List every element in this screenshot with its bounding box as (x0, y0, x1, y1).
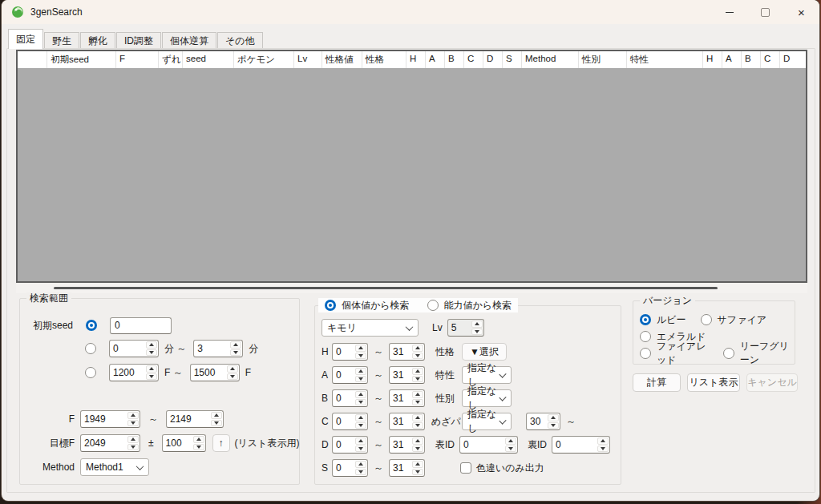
version-ruby-radio[interactable]: ルビー (640, 313, 686, 327)
search-by-stats-radio[interactable]: 能力値から検索 (427, 299, 512, 312)
ability-dropdown[interactable]: 指定なし (462, 366, 512, 384)
spin-up-button[interactable] (505, 437, 516, 445)
column-header-a2[interactable]: A (722, 51, 742, 68)
spin-down-button[interactable] (211, 420, 222, 427)
stat-h-from-spinner[interactable] (332, 343, 368, 361)
spin-up-button[interactable] (412, 437, 423, 445)
sid-spinner[interactable] (552, 436, 610, 454)
spin-down-button[interactable] (227, 373, 238, 381)
spin-down-button[interactable] (127, 444, 139, 451)
column-header-nature[interactable]: 性格 (362, 51, 406, 68)
stat-c-from-input[interactable] (334, 414, 355, 429)
cancel-button[interactable]: キャンセル (746, 373, 798, 392)
spin-up-button[interactable] (355, 345, 366, 352)
column-header-ability[interactable]: 特性 (627, 51, 703, 68)
spin-down-button[interactable] (412, 446, 423, 453)
spin-up-button[interactable] (127, 436, 139, 443)
column-header-pokemon[interactable]: ポケモン (234, 51, 294, 68)
stat-s-to-spinner[interactable] (389, 459, 425, 477)
stat-d-from-spinner[interactable] (332, 436, 368, 454)
spin-down-button[interactable] (355, 376, 366, 383)
pokemon-dropdown[interactable]: キモリ (322, 319, 419, 337)
frame-to-spinner[interactable] (190, 364, 240, 381)
spin-down-button[interactable] (146, 349, 157, 357)
stat-d-to-input[interactable] (390, 437, 412, 452)
frame-to-input[interactable] (192, 365, 227, 380)
spin-down-button[interactable] (412, 353, 423, 360)
spin-up-button[interactable] (355, 461, 366, 468)
nature-select-button[interactable]: ▼選択 (462, 343, 507, 361)
f-from-spinner[interactable] (80, 410, 140, 428)
f-from-input[interactable] (82, 412, 127, 426)
gender-dropdown[interactable]: 指定なし (462, 389, 512, 407)
spin-up-button[interactable] (412, 368, 423, 375)
tid-spinner[interactable] (459, 436, 518, 454)
version-firered-radio[interactable]: ファイアレッド (640, 340, 712, 367)
column-header-d2[interactable]: D (780, 51, 807, 68)
column-header-c2[interactable]: C (761, 51, 780, 68)
target-delta-spinner[interactable] (162, 434, 206, 452)
spin-down-button[interactable] (412, 422, 423, 429)
stat-c-to-spinner[interactable] (389, 413, 425, 430)
stat-h-from-input[interactable] (334, 345, 355, 359)
column-header-b2[interactable]: B (742, 51, 761, 68)
spin-down-button[interactable] (355, 422, 366, 429)
f-to-input[interactable] (168, 412, 211, 426)
spin-up-button[interactable] (127, 412, 139, 419)
spin-down-button[interactable] (412, 376, 423, 383)
column-header-s[interactable]: S (503, 51, 522, 68)
stat-b-from-spinner[interactable] (332, 389, 368, 407)
spin-down-button[interactable] (412, 469, 423, 476)
stat-a-to-input[interactable] (390, 368, 412, 382)
lv-input[interactable] (449, 321, 471, 335)
spin-up-button[interactable] (597, 437, 609, 445)
spin-up-button[interactable] (193, 436, 204, 443)
stat-b-to-spinner[interactable] (389, 389, 425, 407)
version-leafgreen-radio[interactable]: リーフグリーン (723, 340, 795, 367)
version-sapphire-radio[interactable]: サファイア (701, 313, 766, 327)
hp-power-input[interactable] (528, 414, 548, 429)
minute-from-spinner[interactable] (109, 340, 159, 357)
stat-a-to-spinner[interactable] (389, 366, 425, 384)
frame-from-spinner[interactable] (109, 364, 159, 381)
column-header[interactable] (18, 51, 47, 68)
column-header-lv[interactable]: Lv (294, 51, 322, 68)
column-header-a[interactable]: A (426, 51, 445, 68)
spin-up-button[interactable] (412, 414, 423, 421)
column-header-b[interactable]: B (445, 51, 464, 68)
close-button[interactable]: × (783, 0, 819, 24)
spin-down-button[interactable] (355, 353, 366, 360)
spin-up-button[interactable] (355, 391, 366, 398)
spin-up-button[interactable] (355, 414, 366, 421)
sid-input[interactable] (553, 437, 597, 452)
table-hscrollbar-thumb[interactable] (54, 287, 718, 289)
list-display-button[interactable]: リスト表示 (687, 373, 740, 392)
spin-up-button[interactable] (146, 365, 157, 373)
spin-down-button[interactable] (127, 420, 139, 427)
frame-from-input[interactable] (111, 365, 146, 380)
column-header-method[interactable]: Method (522, 51, 579, 68)
spin-up-button[interactable] (412, 391, 423, 398)
column-header-initial-seed[interactable]: 初期seed (47, 51, 116, 68)
spin-up-button[interactable] (211, 412, 222, 419)
tab-id-adjust[interactable]: ID調整 (116, 32, 161, 49)
spin-up-button[interactable] (146, 341, 157, 349)
spin-down-button[interactable] (355, 469, 366, 476)
stat-a-from-input[interactable] (334, 368, 355, 382)
column-header-d[interactable]: D (483, 51, 503, 68)
column-header-gender[interactable]: 性別 (579, 51, 627, 68)
column-header-h[interactable]: H (406, 51, 426, 68)
minimize-button[interactable] (711, 0, 747, 24)
column-header-seed[interactable]: seed (183, 51, 234, 68)
stat-b-to-input[interactable] (390, 391, 412, 405)
stat-b-from-input[interactable] (334, 391, 355, 405)
tab-fixed[interactable]: 固定 (8, 29, 43, 49)
spin-down-button[interactable] (412, 399, 423, 406)
stat-h-to-spinner[interactable] (389, 343, 425, 361)
spin-up-button[interactable] (412, 345, 423, 352)
stat-h-to-input[interactable] (390, 345, 412, 359)
spin-down-button[interactable] (597, 446, 609, 453)
tab-others[interactable]: その他 (217, 32, 263, 49)
column-header-c[interactable]: C (464, 51, 483, 68)
stat-d-from-input[interactable] (334, 437, 355, 452)
